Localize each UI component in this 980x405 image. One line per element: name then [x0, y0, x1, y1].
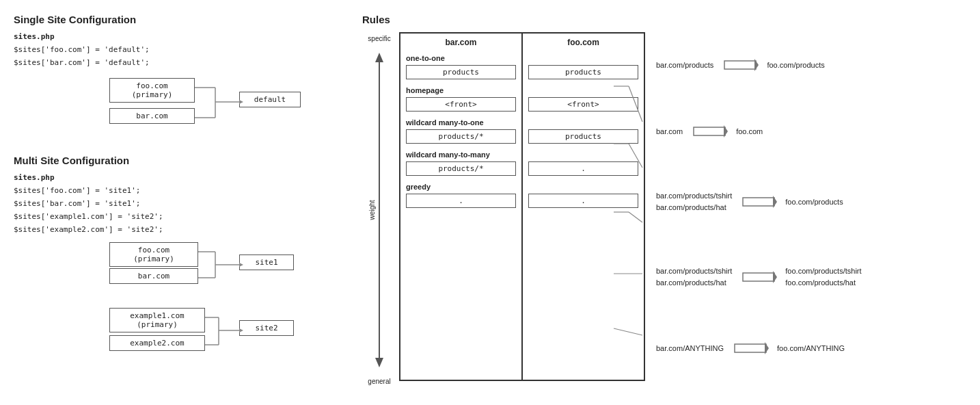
example-5-arrow: [732, 341, 769, 356]
single-line-1: $sites['foo.com'] = 'default';: [14, 45, 349, 54]
weight-arrow-svg: [372, 46, 386, 374]
svg-marker-15: [239, 328, 243, 332]
label-homepage-col1: homepage: [406, 86, 516, 94]
example-3-to: foo.com/products: [785, 198, 843, 206]
arrow-svg-5: [732, 341, 769, 356]
example-3: bar.com/products/tshirtbar.com/products/…: [656, 190, 862, 214]
weight-arrow-container: specific general weight: [362, 32, 396, 388]
example-4: bar.com/products/tshirtbar.com/products/…: [656, 265, 862, 289]
example-5: bar.com/ANYTHING foo.com/ANYTHING: [656, 341, 862, 356]
svg-marker-26: [773, 196, 777, 208]
rules-title: Rules: [362, 14, 977, 25]
specific-label: specific: [368, 35, 390, 42]
example-4-to: foo.com/products/tshirtfoo.com/products/…: [785, 265, 861, 289]
single-site-config: Single Site Configuration sites.php $sit…: [14, 14, 349, 134]
box-greedy-col2: .: [528, 194, 638, 208]
box-homepage-col2: <front>: [528, 97, 638, 112]
svg-marker-21: [724, 61, 756, 69]
arrow-svg-2: [691, 124, 728, 139]
example-5-from: bar.com/ANYTHING: [656, 344, 724, 352]
single-site-title: Single Site Configuration: [14, 14, 349, 25]
multi-line-1: $sites['foo.com'] = 'site1';: [14, 186, 349, 195]
multi-line-2: $sites['bar.com'] = 'site1';: [14, 199, 349, 208]
general-label: general: [368, 378, 390, 385]
example-2-arrow: [691, 124, 728, 139]
label-greedy-col1: greedy: [406, 183, 516, 191]
box-greedy-col1: .: [406, 194, 516, 208]
svg-marker-24: [724, 125, 728, 138]
rules-col-barcom: bar.com one-to-one products homepage <fr…: [400, 34, 523, 380]
example-2-to: foo.com: [736, 127, 763, 135]
rules-columns-box: bar.com one-to-one products homepage <fr…: [399, 32, 645, 381]
arrow-svg-3: [740, 194, 777, 209]
multi-sites-label: sites.php: [14, 173, 349, 182]
box-one-to-one-col1: products: [406, 65, 516, 79]
label-one-to-one-col1: one-to-one: [406, 54, 516, 62]
single-line-2: $sites['bar.com'] = 'default';: [14, 58, 349, 67]
single-diagram: foo.com (primary) bar.com default: [14, 73, 349, 134]
multi-site-title: Multi Site Configuration: [14, 155, 349, 166]
multi-line-4: $sites['example2.com'] = 'site2';: [14, 225, 349, 234]
col1-header: bar.com: [406, 38, 516, 47]
left-panel: Single Site Configuration sites.php $sit…: [14, 14, 349, 383]
svg-marker-29: [735, 344, 766, 352]
multi-diagram: foo.com (primary) bar.com site1 example1…: [14, 239, 349, 363]
example-1-arrow: [722, 57, 759, 73]
single-sites-label: sites.php: [14, 32, 349, 41]
box-wm2one-col1: products/*: [406, 129, 516, 144]
col2-header: foo.com: [528, 38, 638, 47]
single-arrows-svg: [14, 73, 349, 134]
arrow-svg-4: [740, 270, 777, 285]
multi-line-3: $sites['example1.com'] = 'site2';: [14, 212, 349, 221]
svg-marker-20: [375, 358, 383, 367]
example-3-arrow: [740, 194, 777, 209]
label-wm2one-col1: wildcard many-to-one: [406, 118, 516, 127]
example-2: bar.com foo.com: [656, 124, 862, 139]
svg-marker-25: [743, 198, 774, 206]
arrow-svg-1: [722, 57, 759, 73]
example-2-from: bar.com: [656, 127, 683, 135]
svg-marker-19: [375, 53, 383, 62]
examples-area: bar.com/products foo.com/products bar.co…: [656, 32, 862, 381]
svg-marker-9: [239, 263, 243, 267]
svg-marker-28: [773, 271, 777, 283]
example-3-from: bar.com/products/tshirtbar.com/products/…: [656, 190, 732, 214]
svg-marker-3: [239, 100, 243, 104]
right-panel: Rules specific general weight bar: [362, 14, 977, 388]
example-1: bar.com/products foo.com/products: [656, 57, 862, 73]
svg-marker-30: [765, 342, 769, 354]
box-wm2many-col1: products/*: [406, 161, 516, 176]
box-one-to-one-col2: products: [528, 65, 638, 79]
example-1-to: foo.com/products: [767, 61, 824, 69]
label-wm2many-col1: wildcard many-to-many: [406, 151, 516, 159]
box-homepage-col1: <front>: [406, 97, 516, 112]
multi-arrows-svg: [14, 239, 349, 363]
svg-marker-23: [694, 127, 725, 135]
example-1-from: bar.com/products: [656, 60, 713, 71]
rules-layout: specific general weight bar.com one-to-o…: [362, 32, 977, 388]
box-wm2many-col2: .: [528, 161, 638, 176]
example-5-to: foo.com/ANYTHING: [777, 344, 845, 352]
example-4-from: bar.com/products/tshirtbar.com/products/…: [656, 265, 732, 289]
example-4-arrow: [740, 270, 777, 285]
multi-site-config: Multi Site Configuration sites.php $site…: [14, 155, 349, 363]
box-wm2one-col2: products: [528, 129, 638, 144]
svg-marker-22: [754, 59, 759, 71]
rules-col-foocom: foo.com . products . <front> . products …: [523, 34, 644, 380]
svg-marker-27: [743, 273, 774, 281]
